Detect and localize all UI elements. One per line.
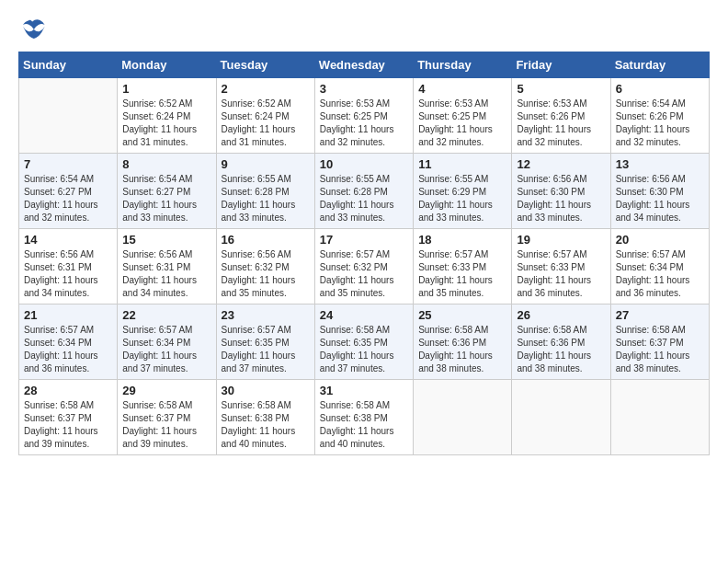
calendar-day-cell: 20Sunrise: 6:57 AM Sunset: 6:34 PM Dayli… — [610, 229, 709, 304]
day-info: Sunrise: 6:57 AM Sunset: 6:33 PM Dayligh… — [517, 248, 606, 300]
calendar-day-cell: 24Sunrise: 6:58 AM Sunset: 6:35 PM Dayli… — [314, 304, 413, 380]
day-info: Sunrise: 6:56 AM Sunset: 6:32 PM Dayligh… — [222, 248, 311, 300]
day-number: 14 — [24, 233, 113, 247]
day-number: 24 — [320, 308, 409, 322]
calendar-day-cell: 23Sunrise: 6:57 AM Sunset: 6:35 PM Dayli… — [216, 304, 314, 380]
day-of-week-header: Wednesday — [314, 52, 413, 78]
day-info: Sunrise: 6:57 AM Sunset: 6:35 PM Dayligh… — [222, 324, 311, 375]
day-info: Sunrise: 6:56 AM Sunset: 6:31 PM Dayligh… — [122, 248, 211, 300]
day-number: 7 — [24, 157, 113, 171]
logo — [18, 17, 51, 42]
day-info: Sunrise: 6:55 AM Sunset: 6:29 PM Dayligh… — [418, 173, 507, 224]
page: SundayMondayTuesdayWednesdayThursdayFrid… — [0, 0, 728, 563]
day-number: 22 — [122, 308, 211, 322]
day-of-week-header: Monday — [118, 52, 216, 78]
calendar-day-cell — [19, 78, 118, 154]
day-of-week-header: Thursday — [414, 52, 512, 78]
calendar-day-cell: 14Sunrise: 6:56 AM Sunset: 6:31 PM Dayli… — [19, 229, 118, 304]
day-number: 27 — [616, 308, 705, 322]
calendar-day-cell: 31Sunrise: 6:58 AM Sunset: 6:38 PM Dayli… — [314, 380, 413, 455]
calendar-week-row: 14Sunrise: 6:56 AM Sunset: 6:31 PM Dayli… — [19, 229, 710, 304]
day-number: 20 — [616, 233, 705, 247]
day-info: Sunrise: 6:57 AM Sunset: 6:32 PM Dayligh… — [320, 248, 409, 300]
calendar-week-row: 28Sunrise: 6:58 AM Sunset: 6:37 PM Dayli… — [19, 380, 710, 455]
calendar-day-cell: 7Sunrise: 6:54 AM Sunset: 6:27 PM Daylig… — [19, 154, 118, 229]
day-info: Sunrise: 6:57 AM Sunset: 6:34 PM Dayligh… — [616, 248, 705, 300]
calendar-day-cell: 10Sunrise: 6:55 AM Sunset: 6:28 PM Dayli… — [314, 154, 413, 229]
day-of-week-header: Tuesday — [216, 52, 314, 78]
day-number: 13 — [616, 157, 705, 171]
day-info: Sunrise: 6:54 AM Sunset: 6:26 PM Dayligh… — [616, 98, 705, 149]
calendar-day-cell: 18Sunrise: 6:57 AM Sunset: 6:33 PM Dayli… — [414, 229, 512, 304]
day-info: Sunrise: 6:52 AM Sunset: 6:24 PM Dayligh… — [222, 98, 311, 149]
day-number: 28 — [24, 384, 113, 397]
day-number: 10 — [320, 157, 409, 171]
day-number: 31 — [320, 384, 409, 397]
calendar-day-cell: 12Sunrise: 6:56 AM Sunset: 6:30 PM Dayli… — [512, 154, 610, 229]
calendar-day-cell: 3Sunrise: 6:53 AM Sunset: 6:25 PM Daylig… — [314, 78, 413, 154]
day-of-week-header: Friday — [512, 52, 610, 78]
day-number: 5 — [517, 82, 606, 96]
day-number: 15 — [122, 233, 211, 247]
calendar-day-cell — [512, 380, 610, 455]
day-info: Sunrise: 6:58 AM Sunset: 6:37 PM Dayligh… — [616, 324, 705, 375]
day-number: 29 — [122, 384, 211, 397]
day-number: 26 — [517, 308, 606, 322]
day-info: Sunrise: 6:54 AM Sunset: 6:27 PM Dayligh… — [24, 173, 113, 224]
calendar-day-cell: 26Sunrise: 6:58 AM Sunset: 6:36 PM Dayli… — [512, 304, 610, 380]
calendar-day-cell: 19Sunrise: 6:57 AM Sunset: 6:33 PM Dayli… — [512, 229, 610, 304]
calendar-day-cell: 22Sunrise: 6:57 AM Sunset: 6:34 PM Dayli… — [118, 304, 216, 380]
day-info: Sunrise: 6:58 AM Sunset: 6:38 PM Dayligh… — [222, 399, 311, 451]
day-number: 8 — [122, 157, 211, 171]
calendar-day-cell: 13Sunrise: 6:56 AM Sunset: 6:30 PM Dayli… — [610, 154, 709, 229]
day-info: Sunrise: 6:57 AM Sunset: 6:34 PM Dayligh… — [122, 324, 211, 375]
day-of-week-header: Saturday — [610, 52, 709, 78]
day-of-week-header: Sunday — [19, 52, 118, 78]
day-number: 18 — [418, 233, 507, 247]
calendar-week-row: 7Sunrise: 6:54 AM Sunset: 6:27 PM Daylig… — [19, 154, 710, 229]
day-number: 25 — [418, 308, 507, 322]
calendar-day-cell — [414, 380, 512, 455]
calendar-day-cell: 4Sunrise: 6:53 AM Sunset: 6:25 PM Daylig… — [414, 78, 512, 154]
day-info: Sunrise: 6:53 AM Sunset: 6:25 PM Dayligh… — [320, 98, 409, 149]
day-info: Sunrise: 6:53 AM Sunset: 6:26 PM Dayligh… — [517, 98, 606, 149]
day-number: 2 — [222, 82, 311, 96]
day-number: 3 — [320, 82, 409, 96]
calendar-day-cell: 2Sunrise: 6:52 AM Sunset: 6:24 PM Daylig… — [216, 78, 314, 154]
calendar-day-cell: 6Sunrise: 6:54 AM Sunset: 6:26 PM Daylig… — [610, 78, 709, 154]
day-info: Sunrise: 6:58 AM Sunset: 6:38 PM Dayligh… — [320, 399, 409, 451]
calendar-day-cell: 27Sunrise: 6:58 AM Sunset: 6:37 PM Dayli… — [610, 304, 709, 380]
day-info: Sunrise: 6:57 AM Sunset: 6:33 PM Dayligh… — [418, 248, 507, 300]
calendar-day-cell: 8Sunrise: 6:54 AM Sunset: 6:27 PM Daylig… — [118, 154, 216, 229]
day-info: Sunrise: 6:58 AM Sunset: 6:37 PM Dayligh… — [122, 399, 211, 451]
day-number: 19 — [517, 233, 606, 247]
day-number: 16 — [222, 233, 311, 247]
calendar-day-cell: 25Sunrise: 6:58 AM Sunset: 6:36 PM Dayli… — [414, 304, 512, 380]
calendar-week-row: 1Sunrise: 6:52 AM Sunset: 6:24 PM Daylig… — [19, 78, 710, 154]
calendar-day-cell: 15Sunrise: 6:56 AM Sunset: 6:31 PM Dayli… — [118, 229, 216, 304]
day-info: Sunrise: 6:52 AM Sunset: 6:24 PM Dayligh… — [122, 98, 211, 149]
calendar-day-cell: 11Sunrise: 6:55 AM Sunset: 6:29 PM Dayli… — [414, 154, 512, 229]
day-info: Sunrise: 6:56 AM Sunset: 6:30 PM Dayligh… — [616, 173, 705, 224]
calendar-day-cell: 29Sunrise: 6:58 AM Sunset: 6:37 PM Dayli… — [118, 380, 216, 455]
day-info: Sunrise: 6:55 AM Sunset: 6:28 PM Dayligh… — [222, 173, 311, 224]
day-number: 17 — [320, 233, 409, 247]
day-number: 11 — [418, 157, 507, 171]
day-number: 30 — [222, 384, 311, 397]
calendar-day-cell: 1Sunrise: 6:52 AM Sunset: 6:24 PM Daylig… — [118, 78, 216, 154]
calendar-day-cell: 5Sunrise: 6:53 AM Sunset: 6:26 PM Daylig… — [512, 78, 610, 154]
calendar-day-cell: 17Sunrise: 6:57 AM Sunset: 6:32 PM Dayli… — [314, 229, 413, 304]
day-info: Sunrise: 6:55 AM Sunset: 6:28 PM Dayligh… — [320, 173, 409, 224]
day-info: Sunrise: 6:58 AM Sunset: 6:35 PM Dayligh… — [320, 324, 409, 375]
calendar-week-row: 21Sunrise: 6:57 AM Sunset: 6:34 PM Dayli… — [19, 304, 710, 380]
day-info: Sunrise: 6:57 AM Sunset: 6:34 PM Dayligh… — [24, 324, 113, 375]
day-info: Sunrise: 6:56 AM Sunset: 6:31 PM Dayligh… — [24, 248, 113, 300]
calendar-day-cell — [610, 380, 709, 455]
logo-icon — [18, 17, 48, 42]
day-number: 6 — [616, 82, 705, 96]
day-number: 12 — [517, 157, 606, 171]
day-info: Sunrise: 6:58 AM Sunset: 6:36 PM Dayligh… — [418, 324, 507, 375]
calendar-day-cell: 30Sunrise: 6:58 AM Sunset: 6:38 PM Dayli… — [216, 380, 314, 455]
calendar-day-cell: 9Sunrise: 6:55 AM Sunset: 6:28 PM Daylig… — [216, 154, 314, 229]
day-info: Sunrise: 6:53 AM Sunset: 6:25 PM Dayligh… — [418, 98, 507, 149]
